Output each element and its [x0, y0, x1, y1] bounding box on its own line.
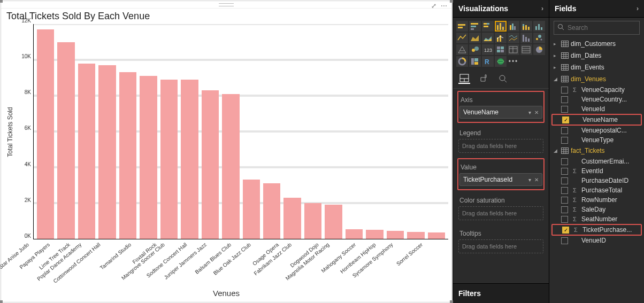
field-checkbox[interactable] — [561, 216, 568, 223]
bar[interactable] — [78, 64, 95, 239]
selection-handle[interactable] — [0, 300, 3, 303]
bar[interactable] — [346, 229, 363, 239]
field-row[interactable]: ΣPurchaseTotal — [551, 185, 642, 195]
field-row[interactable]: ΣSeatNumber — [551, 214, 642, 224]
viz-type-icon[interactable] — [495, 33, 507, 43]
field-checkbox[interactable]: ✓ — [562, 116, 569, 123]
remove-field-icon[interactable]: ✕ — [534, 110, 539, 115]
viz-type-icon[interactable] — [456, 21, 468, 32]
visualizations-header[interactable]: Visualizations › — [453, 0, 549, 18]
bar[interactable] — [222, 94, 239, 239]
field-row[interactable]: VenuepostalC... — [551, 126, 642, 135]
field-row[interactable]: ΣVenueCapacity — [551, 85, 642, 95]
field-checkbox[interactable] — [561, 168, 568, 175]
filters-header[interactable]: Filters — [453, 283, 549, 303]
fields-tab[interactable] — [458, 73, 470, 84]
color-saturation-well[interactable]: Color saturation Drag data fields here — [457, 192, 545, 223]
table-header[interactable]: ▸dim_Events — [551, 61, 642, 73]
bar[interactable] — [283, 198, 301, 239]
bar[interactable] — [387, 231, 404, 239]
table-header[interactable]: ▸dim_Dates — [551, 50, 642, 61]
viz-type-icon[interactable] — [456, 56, 468, 67]
viz-type-icon[interactable]: R — [482, 56, 494, 67]
viz-type-icon[interactable] — [469, 56, 481, 67]
viz-type-icon[interactable] — [508, 21, 519, 32]
field-checkbox[interactable] — [561, 87, 568, 94]
viz-type-icon[interactable] — [520, 21, 532, 32]
bar[interactable] — [119, 72, 136, 239]
viz-type-icon[interactable] — [508, 44, 519, 55]
more-visuals-icon[interactable]: ••• — [508, 56, 519, 67]
bar[interactable] — [304, 203, 321, 239]
field-checkbox[interactable] — [561, 206, 568, 213]
field-row[interactable]: ✓ΣTicketPurchase... — [551, 224, 642, 236]
field-checkbox[interactable]: ✓ — [562, 227, 569, 234]
table-header[interactable]: ◢fact_Tickets — [551, 145, 642, 157]
field-row[interactable]: CustomerEmai... — [551, 157, 642, 166]
fields-header[interactable]: Fields › — [549, 0, 644, 18]
analytics-tab[interactable] — [497, 73, 509, 84]
field-row[interactable]: ΣRowNumber — [551, 195, 642, 205]
bar[interactable] — [140, 76, 157, 239]
field-checkbox[interactable] — [561, 237, 568, 244]
viz-type-icon[interactable] — [520, 33, 532, 43]
legend-well[interactable]: Legend Drag data fields here — [457, 125, 545, 156]
axis-field-pill[interactable]: VenueName ▾✕ — [459, 106, 542, 119]
value-field-pill[interactable]: TicketPurchaseId ▾✕ — [459, 173, 542, 186]
viz-type-icon[interactable] — [469, 44, 481, 55]
field-row[interactable]: VenueID — [551, 236, 642, 245]
search-input[interactable] — [568, 24, 644, 32]
field-checkbox[interactable] — [561, 158, 568, 165]
viz-type-icon[interactable] — [469, 21, 481, 32]
bar[interactable] — [325, 205, 342, 239]
table-header[interactable]: ▸dim_Customers — [551, 38, 642, 50]
field-checkbox[interactable] — [561, 96, 568, 103]
chevron-right-icon[interactable]: › — [541, 5, 543, 12]
bar[interactable] — [428, 232, 445, 239]
field-row[interactable]: VenueCountry... — [551, 95, 642, 104]
field-row[interactable]: VenueType — [551, 135, 642, 145]
field-checkbox[interactable] — [561, 197, 568, 204]
format-tab[interactable] — [478, 73, 489, 84]
field-row[interactable]: ✓VenueName — [551, 114, 642, 126]
viz-type-icon[interactable] — [495, 56, 507, 67]
field-checkbox[interactable] — [561, 177, 568, 184]
fields-search[interactable] — [554, 21, 640, 35]
field-checkbox[interactable] — [561, 127, 568, 134]
viz-type-icon[interactable] — [533, 44, 545, 55]
dropdown-icon[interactable]: ▾ — [528, 110, 531, 115]
field-checkbox[interactable] — [561, 137, 568, 144]
dropdown-icon[interactable]: ▾ — [528, 177, 531, 183]
bar[interactable] — [263, 183, 280, 239]
field-checkbox[interactable] — [561, 187, 568, 194]
viz-type-icon[interactable] — [495, 21, 507, 32]
viz-type-icon[interactable] — [482, 21, 494, 32]
bar[interactable] — [37, 29, 54, 239]
plot-area[interactable] — [33, 24, 448, 239]
viz-type-icon[interactable] — [469, 33, 481, 43]
bar-chart-visual[interactable]: Total Tickets Sold By Each Venue Total T… — [4, 11, 448, 299]
field-row[interactable]: PurchaseDateID — [551, 176, 642, 185]
viz-type-icon[interactable] — [533, 33, 545, 43]
selection-handle[interactable] — [450, 300, 453, 303]
bar[interactable] — [407, 232, 424, 239]
chevron-right-icon[interactable]: › — [637, 5, 639, 12]
bar[interactable] — [181, 80, 198, 239]
drag-grip-icon[interactable] — [219, 2, 234, 7]
focus-mode-icon[interactable]: ⤢ — [431, 2, 436, 10]
bar[interactable] — [98, 65, 116, 239]
viz-type-icon[interactable] — [482, 33, 494, 43]
viz-type-icon[interactable] — [520, 44, 532, 55]
viz-type-icon[interactable] — [495, 44, 507, 55]
bar[interactable] — [243, 180, 260, 239]
bar[interactable] — [366, 230, 383, 239]
bar[interactable] — [160, 80, 178, 239]
table-header[interactable]: ◢dim_Venues — [551, 73, 642, 85]
viz-type-icon[interactable] — [508, 33, 519, 43]
report-canvas[interactable]: ⤢ ⋯ Total Tickets Sold By Each Venue Tot… — [1, 1, 452, 302]
field-checkbox[interactable] — [561, 106, 568, 113]
viz-type-icon[interactable]: 123 — [482, 44, 494, 55]
axis-well[interactable]: Axis VenueName ▾✕ — [457, 91, 545, 123]
viz-type-icon[interactable] — [456, 33, 468, 43]
field-row[interactable]: VenueId — [551, 104, 642, 114]
